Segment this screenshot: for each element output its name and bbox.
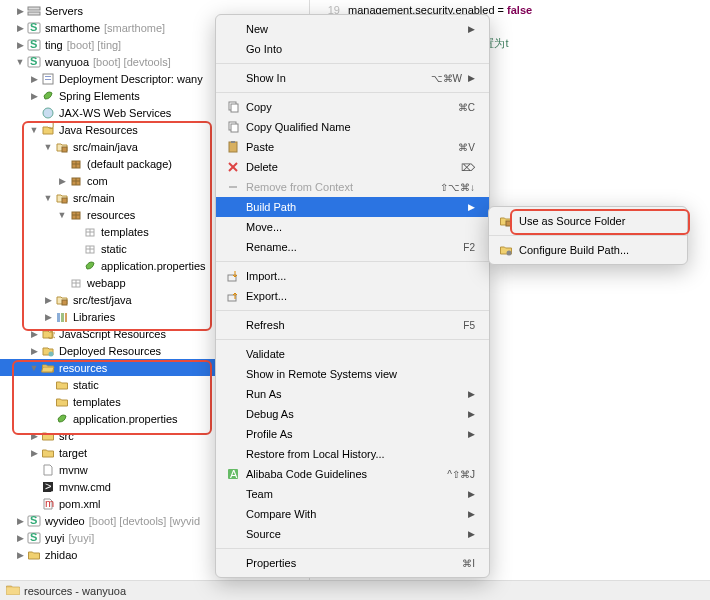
menu-item[interactable]: Import... — [216, 266, 489, 286]
tree-node-label: pom.xml — [58, 498, 101, 510]
context-menu[interactable]: New▶Go IntoShow In⌥⌘W▶Copy⌘CCopy Qualifi… — [215, 14, 490, 578]
blank-icon — [224, 446, 242, 462]
menu-item[interactable]: Delete⌦ — [216, 157, 489, 177]
boot-icon: S — [26, 37, 42, 53]
disclosure-triangle-icon[interactable]: ▼ — [56, 210, 68, 220]
disclosure-triangle-icon[interactable]: ▶ — [28, 74, 40, 84]
menu-item[interactable]: Compare With▶ — [216, 504, 489, 524]
submenu-item[interactable]: Use as Source Folder — [489, 211, 687, 231]
disclosure-triangle-icon[interactable]: ▶ — [28, 346, 40, 356]
menu-item[interactable]: Source▶ — [216, 524, 489, 544]
server-icon — [26, 3, 42, 19]
menu-item-label: Alibaba Code Guidelines — [246, 468, 447, 480]
folder-icon — [54, 394, 70, 410]
menu-item[interactable]: Paste⌘V — [216, 137, 489, 157]
tree-node-label: src/test/java — [72, 294, 132, 306]
tree-node-label: yuyi — [44, 532, 65, 544]
disclosure-triangle-icon[interactable]: ▶ — [14, 533, 26, 543]
menu-item[interactable]: Validate — [216, 344, 489, 364]
menu-item[interactable]: Export... — [216, 286, 489, 306]
menu-item[interactable]: Copy Qualified Name — [216, 117, 489, 137]
disclosure-triangle-icon[interactable]: ▶ — [42, 312, 54, 322]
disclosure-triangle-icon[interactable]: ▼ — [28, 125, 40, 135]
submenu-arrow-icon: ▶ — [468, 429, 475, 439]
tree-node-label: webapp — [86, 277, 126, 289]
disclosure-triangle-icon[interactable]: ▶ — [14, 516, 26, 526]
menu-separator — [489, 235, 687, 236]
disclosure-triangle-icon[interactable]: ▼ — [28, 363, 40, 373]
menu-item[interactable]: Show In⌥⌘W▶ — [216, 68, 489, 88]
tree-node-label: templates — [72, 396, 121, 408]
menu-item[interactable]: Show in Remote Systems view — [216, 364, 489, 384]
pkg-empty-icon — [82, 241, 98, 257]
menu-item[interactable]: RefreshF5 — [216, 315, 489, 335]
submenu-item-label: Use as Source Folder — [519, 215, 673, 227]
file-icon — [40, 462, 56, 478]
menu-item[interactable]: Debug As▶ — [216, 404, 489, 424]
svg-rect-10 — [45, 79, 51, 80]
pkgsrc-icon — [54, 292, 70, 308]
menu-item[interactable]: Properties⌘I — [216, 553, 489, 573]
menu-item[interactable]: Restore from Local History... — [216, 444, 489, 464]
disclosure-triangle-icon[interactable]: ▶ — [14, 23, 26, 33]
svg-text:m: m — [45, 497, 54, 509]
svg-point-38 — [49, 351, 54, 356]
menu-shortcut: ⌘C — [458, 102, 475, 113]
menu-item-label: Move... — [246, 221, 475, 233]
menu-item[interactable]: Team▶ — [216, 484, 489, 504]
menu-item[interactable]: Run As▶ — [216, 384, 489, 404]
menu-item[interactable]: Profile As▶ — [216, 424, 489, 444]
export-icon — [224, 288, 242, 304]
disclosure-triangle-icon[interactable]: ▶ — [28, 329, 40, 339]
svg-text:S: S — [30, 55, 37, 67]
blank-icon — [224, 199, 242, 215]
boot-icon: S — [26, 20, 42, 36]
menu-item-label: Refresh — [246, 319, 463, 331]
menu-item-label: Go Into — [246, 43, 475, 55]
svg-rect-50 — [229, 142, 237, 152]
svg-rect-36 — [65, 313, 67, 322]
blank-icon — [224, 317, 242, 333]
tree-node-label: mvnw — [58, 464, 88, 476]
menu-item[interactable]: Copy⌘C — [216, 97, 489, 117]
menu-item[interactable]: Move... — [216, 217, 489, 237]
disclosure-triangle-icon[interactable]: ▼ — [14, 57, 26, 67]
menu-item[interactable]: Build Path▶ — [216, 197, 489, 217]
menu-item-label: Rename... — [246, 241, 463, 253]
svg-point-11 — [43, 108, 53, 118]
submenu-arrow-icon: ▶ — [468, 509, 475, 519]
disclosure-triangle-icon[interactable]: ▶ — [14, 6, 26, 16]
svg-rect-33 — [62, 300, 67, 305]
tree-node-label: Libraries — [72, 311, 115, 323]
disclosure-triangle-icon[interactable]: ▶ — [14, 40, 26, 50]
menu-shortcut: ^⇧⌘J — [447, 469, 475, 480]
blank-icon — [224, 41, 242, 57]
submenu-item[interactable]: Configure Build Path... — [489, 240, 687, 260]
boot-icon: S — [26, 530, 42, 546]
bat-icon: >_ — [40, 479, 56, 495]
tree-node-label: src — [58, 430, 74, 442]
disclosure-triangle-icon[interactable]: ▶ — [42, 295, 54, 305]
svg-text:S: S — [30, 38, 37, 50]
pkg-icon — [68, 156, 84, 172]
menu-item[interactable]: Rename...F2 — [216, 237, 489, 257]
menu-item-label: Show in Remote Systems view — [246, 368, 475, 380]
submenu-arrow-icon: ▶ — [468, 489, 475, 499]
leaf-icon — [82, 258, 98, 274]
menu-separator — [216, 63, 489, 64]
disclosure-triangle-icon[interactable]: ▶ — [56, 176, 68, 186]
disclosure-triangle-icon[interactable]: ▶ — [28, 431, 40, 441]
disclosure-triangle-icon[interactable]: ▼ — [42, 193, 54, 203]
deploy-icon — [40, 343, 56, 359]
menu-item[interactable]: Go Into — [216, 39, 489, 59]
disclosure-triangle-icon[interactable]: ▶ — [28, 448, 40, 458]
menu-item[interactable]: AAlibaba Code Guidelines^⇧⌘J — [216, 464, 489, 484]
build-path-submenu[interactable]: Use as Source FolderConfigure Build Path… — [488, 206, 688, 265]
disclosure-triangle-icon[interactable]: ▼ — [42, 142, 54, 152]
disclosure-triangle-icon[interactable]: ▶ — [28, 91, 40, 101]
tree-node-decorator: [yuyi] — [65, 532, 95, 544]
disclosure-triangle-icon[interactable]: ▶ — [14, 550, 26, 560]
menu-item[interactable]: New▶ — [216, 19, 489, 39]
pkg-icon — [68, 173, 84, 189]
submenu-arrow-icon: ▶ — [468, 409, 475, 419]
